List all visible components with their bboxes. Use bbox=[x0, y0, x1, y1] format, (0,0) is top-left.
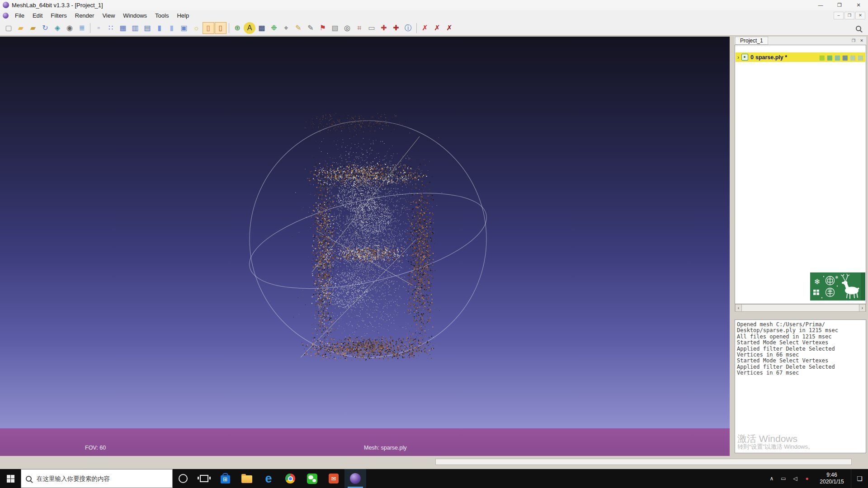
new-document-icon[interactable]: ▢ bbox=[3, 22, 14, 34]
flat-mode-icon[interactable]: ▮ bbox=[154, 22, 165, 34]
layer-shader-icon[interactable]: ▦ bbox=[842, 54, 848, 61]
layer-mesh-icon[interactable]: ▦ bbox=[819, 54, 825, 61]
menu-file[interactable]: File bbox=[11, 10, 28, 21]
file-explorer-button[interactable] bbox=[236, 469, 258, 488]
taskbar-search[interactable] bbox=[21, 469, 173, 488]
restore-button[interactable]: ❐ bbox=[830, 0, 849, 10]
menu-windows[interactable]: Windows bbox=[119, 10, 151, 21]
pencil-edit-icon[interactable]: ✎ bbox=[305, 22, 316, 34]
menu-bar: FileEditFiltersRenderViewWindowsToolsHel… bbox=[0, 10, 868, 21]
points-mode-icon[interactable]: ∷ bbox=[105, 22, 117, 34]
menu-render[interactable]: Render bbox=[71, 10, 99, 21]
layer-extra-b-icon[interactable]: ▦ bbox=[857, 54, 863, 61]
mesh-stats: Mesh: sparse.ply Vertices: 4214018 Faces… bbox=[364, 431, 409, 456]
minimize-button[interactable]: — bbox=[811, 0, 830, 10]
wireframe-mode-icon[interactable]: ▦ bbox=[117, 22, 129, 34]
smooth-mode-icon[interactable]: ▮ bbox=[166, 22, 178, 34]
render-stats: FOV: 60 FPS: 5.9 bbox=[85, 431, 110, 456]
layer-extra-a-icon[interactable]: ▦ bbox=[849, 54, 856, 61]
menu-edit[interactable]: Edit bbox=[28, 10, 47, 21]
cortana-button[interactable] bbox=[173, 469, 193, 488]
mail-button[interactable]: ✉ bbox=[323, 469, 344, 488]
task-view-button[interactable] bbox=[193, 469, 214, 488]
hiddenlines-mode-icon[interactable]: ▥ bbox=[129, 22, 141, 34]
gift-icon bbox=[813, 290, 819, 295]
layers-dialog-icon[interactable]: ≣ bbox=[76, 22, 88, 34]
menu-view[interactable]: View bbox=[98, 10, 119, 21]
watermark-title: 激活 Windows bbox=[737, 436, 814, 441]
select-vertexes-icon[interactable]: ▯ bbox=[203, 22, 214, 34]
manipulator-icon[interactable]: ▭ bbox=[366, 22, 377, 34]
reload-icon[interactable]: ↻ bbox=[39, 22, 51, 34]
layer-color-icon[interactable]: ▦ bbox=[826, 54, 833, 61]
reference-grid-icon[interactable]: ⌗ bbox=[354, 22, 365, 34]
log-line: All files opened in 1215 msec bbox=[737, 334, 864, 340]
3d-viewport[interactable]: FOV: 60 FPS: 5.9 Mesh: sparse.ply Vertic… bbox=[0, 37, 730, 456]
wechat-button[interactable] bbox=[301, 469, 323, 488]
layer-uv-icon[interactable]: ▦ bbox=[834, 54, 840, 61]
delete-vertices-icon[interactable]: ✗ bbox=[443, 22, 455, 34]
layer-row-sparse[interactable]: › 0sparse.ply * ▦▦▦▦▦▦ bbox=[736, 52, 865, 62]
axis-icon[interactable]: ⌖ bbox=[280, 22, 292, 34]
select-component-icon[interactable]: ▧ bbox=[329, 22, 341, 34]
tray-volume-icon[interactable]: ◁ bbox=[789, 469, 801, 488]
measure-icon[interactable]: ✚ bbox=[378, 22, 390, 34]
flatlines-mode-icon[interactable]: ▤ bbox=[142, 22, 153, 34]
background-icon[interactable]: ▩ bbox=[256, 22, 268, 34]
menu-filters[interactable]: Filters bbox=[47, 10, 71, 21]
magnifier-tool-icon[interactable]: ◎ bbox=[341, 22, 353, 34]
close-button[interactable]: ✕ bbox=[849, 0, 868, 10]
pick-points-icon[interactable]: ⚑ bbox=[317, 22, 329, 34]
layer-name: 0sparse.ply * bbox=[750, 54, 787, 61]
select-faces-icon[interactable]: ▯ bbox=[215, 22, 226, 34]
light-toggle-icon[interactable]: ☼ bbox=[190, 22, 202, 34]
bbox-mode-icon[interactable]: ▫ bbox=[93, 22, 104, 34]
visibility-eye-icon[interactable] bbox=[741, 54, 748, 61]
search-icon[interactable] bbox=[854, 23, 863, 33]
ambient-light-icon[interactable]: A bbox=[244, 22, 255, 34]
store-button[interactable]: ⊞ bbox=[214, 469, 236, 488]
tray-app-icon[interactable]: ● bbox=[801, 469, 813, 488]
mdi-restore-button[interactable]: ❐ bbox=[844, 12, 854, 19]
action-center-button[interactable]: ❏ bbox=[851, 469, 868, 488]
save-icon[interactable]: ◈ bbox=[52, 22, 63, 34]
snapshot-icon[interactable]: ◉ bbox=[64, 22, 75, 34]
open-mesh-icon[interactable]: ▰ bbox=[27, 22, 39, 34]
menus: FileEditFiltersRenderViewWindowsToolsHel… bbox=[11, 10, 193, 21]
chrome-icon bbox=[285, 474, 295, 483]
layer-panel-hscrollbar[interactable]: ‹ › bbox=[735, 304, 866, 312]
search-input[interactable] bbox=[36, 475, 168, 483]
point-cloud-canvas[interactable] bbox=[0, 37, 730, 456]
delete-faces-icon[interactable]: ✗ bbox=[431, 22, 443, 34]
dock-close-button[interactable]: ✕ bbox=[858, 38, 865, 44]
globe-icon[interactable]: ⊕ bbox=[231, 22, 243, 34]
mesh-label: Mesh: sparse.ply bbox=[364, 445, 409, 452]
taskbar-clock[interactable]: 9:46 2020/1/15 bbox=[813, 472, 851, 485]
paintbrush-icon[interactable]: ✎ bbox=[292, 22, 304, 34]
colorize-icon[interactable]: ❉ bbox=[268, 22, 280, 34]
scroll-right-icon[interactable]: › bbox=[859, 305, 866, 311]
delete-current-mesh-icon[interactable]: ✗ bbox=[419, 22, 431, 34]
open-project-icon[interactable]: ▰ bbox=[15, 22, 27, 34]
start-button[interactable] bbox=[0, 469, 21, 488]
mdi-minimize-button[interactable]: – bbox=[834, 12, 844, 19]
point-picker-icon[interactable]: ✚ bbox=[390, 22, 402, 34]
menu-help[interactable]: Help bbox=[173, 10, 193, 21]
scroll-left-icon[interactable]: ‹ bbox=[735, 305, 742, 311]
meshlab-taskbar-button[interactable] bbox=[344, 469, 366, 488]
layer-property-icons: ▦▦▦▦▦▦ bbox=[819, 54, 863, 61]
dock-float-button[interactable]: ❐ bbox=[850, 38, 857, 44]
chrome-button[interactable] bbox=[279, 469, 301, 488]
tray-chevron-icon[interactable]: ∧ bbox=[766, 469, 778, 488]
mdi-close-button[interactable]: ✕ bbox=[855, 12, 865, 19]
layer-dock: Project_1 ❐ ✕ › 0sparse.ply * ▦▦▦▦▦▦ ❄ ❄ bbox=[735, 37, 866, 469]
info-icon[interactable]: ⓘ bbox=[402, 22, 414, 34]
dock-tab-bar: Project_1 ❐ ✕ bbox=[735, 37, 866, 45]
texture-mode-icon[interactable]: ▣ bbox=[178, 22, 190, 34]
meshlab-app-icon bbox=[350, 473, 361, 484]
menu-tools[interactable]: Tools bbox=[151, 10, 173, 21]
expand-arrow-icon[interactable]: › bbox=[736, 54, 741, 61]
edge-button[interactable]: e bbox=[258, 469, 279, 488]
project-tab[interactable]: Project_1 bbox=[735, 37, 768, 45]
tray-monitor-icon[interactable]: ▭ bbox=[778, 469, 789, 488]
